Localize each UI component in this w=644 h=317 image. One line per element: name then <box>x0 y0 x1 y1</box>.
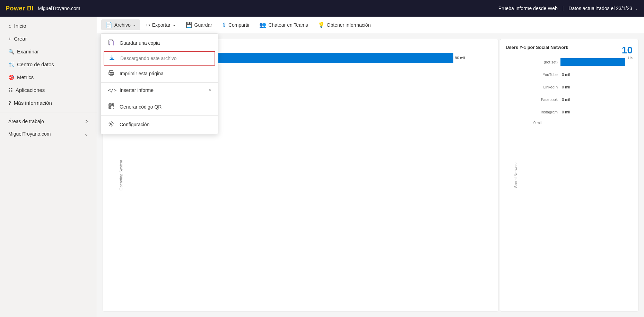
aplicaciones-icon: ☷ <box>8 87 13 93</box>
menu-item-imprimir[interactable]: Imprimir esta página <box>101 66 218 81</box>
migueltroyano-arrow-icon: ⌄ <box>84 131 88 137</box>
sidebar-divider-1 <box>0 112 97 112</box>
menu-divider-3 <box>101 115 218 116</box>
social-bars: (not set) YouTube 0 mil LinkedIn 0 mil <box>533 58 633 125</box>
sidebar-item-inicio[interactable]: ⌂ Inicio <box>0 19 97 32</box>
bar-value-linkedin: 0 mil <box>562 85 570 89</box>
bar-row-not-set: (not set) <box>533 58 633 66</box>
sidebar-label-examinar: Examinar <box>17 49 39 54</box>
compartir-label: Compartir <box>228 22 250 28</box>
top-chevron-icon[interactable]: ⌄ <box>635 6 638 11</box>
exportar-icon: ↦ <box>146 22 150 28</box>
obtener-button[interactable]: 💡 Obtener información <box>314 19 375 30</box>
guardar-label: Guardar <box>194 22 212 28</box>
svg-point-15 <box>111 123 112 125</box>
svg-rect-14 <box>113 108 114 109</box>
insertar-arrow-icon: > <box>209 88 211 93</box>
chatear-icon: 👥 <box>259 22 266 28</box>
bar-label-youtube: YouTube <box>533 72 558 77</box>
social-x-label: 0 mil <box>533 121 633 125</box>
top-divider: | <box>563 6 564 11</box>
sidebar-section-areas[interactable]: Áreas de trabajo > <box>0 115 97 128</box>
svg-rect-1 <box>110 41 114 45</box>
chatear-label: Chatear en Teams <box>268 22 308 28</box>
chatear-button[interactable]: 👥 Chatear en Teams <box>255 19 312 30</box>
mas-info-icon: ? <box>8 100 11 106</box>
imprimir-label: Imprimir esta página <box>120 71 211 76</box>
menu-divider-1 <box>101 82 218 83</box>
sidebar-label-aplicaciones: Aplicaciones <box>16 87 45 93</box>
guardar-button[interactable]: 💾 Guardar <box>181 19 216 30</box>
obtener-label: Obtener información <box>327 22 371 28</box>
insertar-icon: </> <box>108 87 115 93</box>
bar-row-instagram: Instagram 0 mil <box>533 108 633 116</box>
top-bar: Power BI MiguelTroyano.com Prueba Inform… <box>0 0 644 17</box>
svg-rect-8 <box>112 104 113 105</box>
sidebar-label-migueltroyano: MiguelTroyano.com <box>8 131 51 137</box>
bar-container-instagram: 0 mil <box>560 108 633 116</box>
bar-row-facebook: Facebook 0 mil <box>533 96 633 103</box>
sidebar-label-inicio: Inicio <box>14 23 26 29</box>
bar-label-instagram: Instagram <box>533 110 558 114</box>
bar-container-facebook: 0 mil <box>560 96 633 103</box>
archivo-label: Archivo <box>114 22 131 28</box>
svg-rect-11 <box>112 106 112 107</box>
sidebar-label-crear: Crear <box>14 36 27 42</box>
svg-rect-13 <box>112 108 112 109</box>
obtener-icon: 💡 <box>318 22 325 28</box>
imprimir-icon <box>108 70 115 77</box>
menu-item-insertar[interactable]: </> Insertar informe > <box>101 84 218 96</box>
menu-item-qr[interactable]: Generar código QR <box>101 100 218 114</box>
bar-value-instagram: 0 mil <box>562 110 570 114</box>
menu-item-descargando[interactable]: Descargando este archivo <box>104 51 215 66</box>
sidebar-label-metrics: Metrics <box>17 74 34 80</box>
archivo-button[interactable]: 📄 Archivo ⌄ <box>101 19 140 30</box>
bar-container-linkedin: 0 mil <box>560 83 633 91</box>
exportar-button[interactable]: ↦ Exportar ⌄ <box>141 19 180 30</box>
os-y-axis-label: Operating System <box>119 160 123 190</box>
sidebar-label-mas-info: Más información <box>14 100 52 106</box>
toolbar: 📄 Archivo ⌄ ↦ Exportar ⌄ 💾 Guardar ⇧ Com… <box>97 17 644 33</box>
social-y-axis-label: Social Network <box>514 162 518 188</box>
sidebar-section-migueltroyano[interactable]: MiguelTroyano.com ⌄ <box>0 128 97 140</box>
bar-label-not-set: (not set) <box>533 60 558 64</box>
site-name: MiguelTroyano.com <box>38 6 80 11</box>
metric-value: 10 <box>622 45 633 56</box>
configuracion-icon <box>108 121 115 128</box>
compartir-button[interactable]: ⇧ Compartir <box>218 19 254 30</box>
compartir-icon: ⇧ <box>222 22 226 28</box>
guardar-copia-icon <box>108 39 115 47</box>
exportar-label: Exportar <box>152 22 171 28</box>
bar-row-youtube: YouTube 0 mil <box>533 71 633 78</box>
powerbi-logo: Power BI <box>6 5 34 12</box>
menu-item-guardar-copia[interactable]: Guardar una copia <box>101 36 218 50</box>
svg-rect-12 <box>113 106 114 107</box>
sidebar-item-centro[interactable]: 📉 Centro de datos <box>0 58 97 71</box>
insertar-label: Insertar informe <box>120 87 204 93</box>
sidebar-item-mas-info[interactable]: ? Más información <box>0 96 97 109</box>
bar-label-facebook: Facebook <box>533 97 558 102</box>
sidebar-item-metrics[interactable]: 🎯 Metrics <box>0 71 97 84</box>
archivo-icon: 📄 <box>105 22 112 28</box>
menu-item-configuracion[interactable]: Configuración <box>101 117 218 132</box>
bar-label-linkedin: LinkedIn <box>533 85 558 89</box>
descargando-icon <box>108 54 115 62</box>
examinar-icon: 🔍 <box>8 49 14 54</box>
crear-icon: + <box>8 36 11 42</box>
archivo-chevron-icon: ⌄ <box>133 23 136 27</box>
svg-rect-6 <box>110 104 111 105</box>
inicio-icon: ⌂ <box>8 23 11 29</box>
sidebar-item-aplicaciones[interactable]: ☷ Aplicaciones <box>0 84 97 96</box>
social-chart-panel: 10 Us Users Y-1 por Social Network Socia… <box>500 39 638 311</box>
archivo-dropdown-menu: Guardar una copia Descargando este archi… <box>101 33 218 134</box>
sidebar-item-examinar[interactable]: 🔍 Examinar <box>0 45 97 58</box>
qr-label: Generar código QR <box>120 104 211 110</box>
top-bar-right: Prueba Informe desde Web | Datos actuali… <box>498 6 638 11</box>
centro-icon: 📉 <box>8 62 14 67</box>
descargando-label: Descargando este archivo <box>120 55 210 61</box>
sidebar-item-crear[interactable]: + Crear <box>0 32 97 45</box>
bar-value-facebook: 0 mil <box>562 97 570 102</box>
report-title: Prueba Informe desde Web <box>498 6 558 11</box>
bar-row-linkedin: LinkedIn 0 mil <box>533 83 633 91</box>
metrics-icon: 🎯 <box>8 75 14 80</box>
